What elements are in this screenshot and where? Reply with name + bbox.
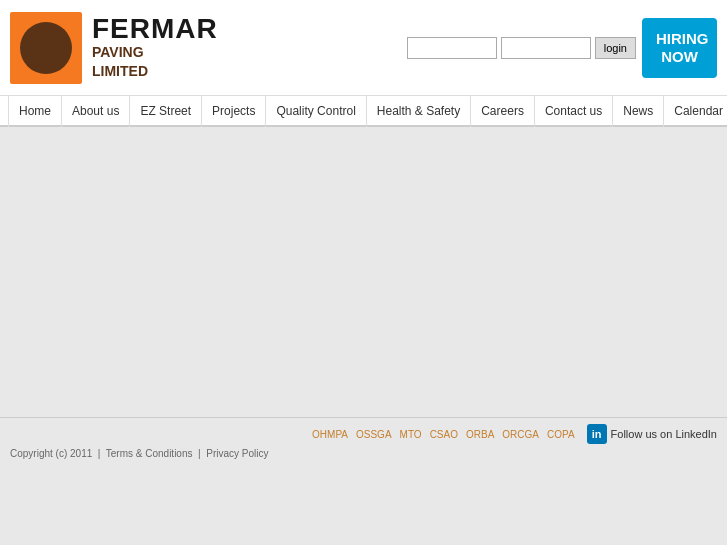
hiring-line1: HIRING bbox=[656, 30, 709, 47]
top-right-area: login HIRING NOW bbox=[407, 18, 717, 78]
terms-link[interactable]: Terms & Conditions bbox=[106, 448, 193, 459]
hiring-now-banner[interactable]: HIRING NOW bbox=[642, 18, 717, 78]
linkedin-icon: in bbox=[587, 424, 607, 444]
copyright-text: Copyright (c) 2011 bbox=[10, 448, 92, 459]
assoc-link-ohmpa[interactable]: OHMPA bbox=[312, 429, 348, 440]
username-input[interactable] bbox=[407, 37, 497, 59]
nav-item-health[interactable]: Health & Safety bbox=[367, 95, 471, 127]
assoc-link-copa[interactable]: COPA bbox=[547, 429, 575, 440]
assoc-link-orba[interactable]: ORBA bbox=[466, 429, 494, 440]
assoc-link-orcga[interactable]: ORCGA bbox=[502, 429, 539, 440]
assoc-link-mto[interactable]: MTO bbox=[400, 429, 422, 440]
nav-item-home[interactable]: Home bbox=[8, 95, 62, 127]
assoc-link-ossga[interactable]: OSSGA bbox=[356, 429, 392, 440]
main-content bbox=[0, 127, 727, 417]
footer: OHMPA OSSGA MTO CSAO ORBA ORCGA COPA in … bbox=[0, 417, 727, 465]
nav-item-careers[interactable]: Careers bbox=[471, 95, 535, 127]
logo-area: FERMAR PAVING LIMITED bbox=[10, 12, 218, 84]
navbar: HomeAbout usEZ StreetProjectsQuality Con… bbox=[0, 95, 727, 127]
nav-item-about[interactable]: About us bbox=[62, 95, 130, 127]
assoc-link-csao[interactable]: CSAO bbox=[430, 429, 458, 440]
subtitle-line2: LIMITED bbox=[92, 63, 148, 79]
brand-name: FERMAR bbox=[92, 15, 218, 43]
privacy-link[interactable]: Privacy Policy bbox=[206, 448, 268, 459]
header: FERMAR PAVING LIMITED login HIRING NOW bbox=[0, 0, 727, 95]
subtitle-line1: PAVING bbox=[92, 44, 144, 60]
footer-bottom: Copyright (c) 2011 | Terms & Conditions … bbox=[10, 448, 717, 459]
footer-links: OHMPA OSSGA MTO CSAO ORBA ORCGA COPA in … bbox=[10, 424, 717, 444]
login-button[interactable]: login bbox=[595, 37, 636, 59]
linkedin-button[interactable]: in Follow us on LinkedIn bbox=[587, 424, 717, 444]
hiring-line2: NOW bbox=[661, 48, 698, 65]
nav-item-calendar[interactable]: Calendar bbox=[664, 95, 727, 127]
logo-circle bbox=[20, 22, 72, 74]
nav-item-quality[interactable]: Quality Control bbox=[266, 95, 366, 127]
login-fields: login bbox=[407, 37, 636, 59]
nav-item-contact[interactable]: Contact us bbox=[535, 95, 613, 127]
brand-subtitle: PAVING LIMITED bbox=[92, 43, 218, 79]
nav-item-projects[interactable]: Projects bbox=[202, 95, 266, 127]
logo-icon bbox=[10, 12, 82, 84]
logo-text: FERMAR PAVING LIMITED bbox=[92, 15, 218, 79]
linkedin-text: Follow us on LinkedIn bbox=[611, 428, 717, 440]
nav-item-ezstreet[interactable]: EZ Street bbox=[130, 95, 202, 127]
password-input[interactable] bbox=[501, 37, 591, 59]
nav-item-news[interactable]: News bbox=[613, 95, 664, 127]
